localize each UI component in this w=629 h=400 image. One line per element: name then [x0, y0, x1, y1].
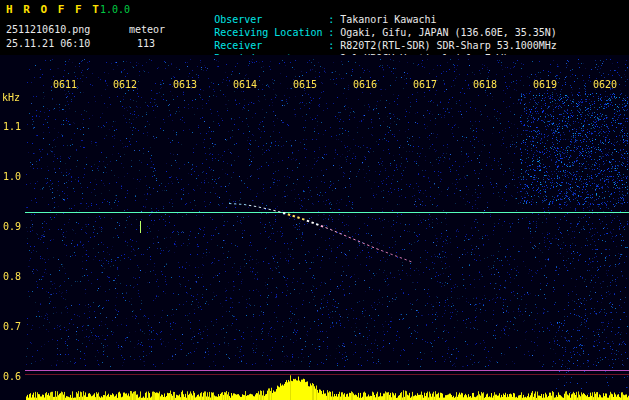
file-name: 2511210610.png [6, 24, 90, 35]
time-label-0615: 0615 [292, 79, 318, 90]
freq-label-0.9: 0.9 [0, 221, 21, 232]
freq-label-0.6: 0.6 [0, 371, 21, 382]
time-label-0613: 0613 [172, 79, 198, 90]
time-label-0616: 0616 [352, 79, 378, 90]
freq-label-0.7: 0.7 [0, 321, 21, 332]
app-version: 1.0.0 [100, 4, 130, 15]
spectrogram-canvas [0, 55, 629, 400]
time-label-0618: 0618 [472, 79, 498, 90]
time-label-0614: 0614 [232, 79, 258, 90]
time-label-0612: 0612 [112, 79, 138, 90]
time-label-0620: 0620 [592, 79, 618, 90]
time-label-0611: 0611 [52, 79, 78, 90]
datetime: 25.11.21 06:10 [6, 38, 90, 49]
freq-label-1.0: 1.0 [0, 171, 21, 182]
y-axis-unit: kHz [2, 92, 20, 103]
time-label-0619: 0619 [532, 79, 558, 90]
mode-label: meteor [129, 24, 165, 35]
time-label-0617: 0617 [412, 79, 438, 90]
freq-label-1.1: 1.1 [0, 121, 21, 132]
hrofft-window: H R O F F T 1.0.0 2511210610.png meteor … [0, 0, 629, 400]
freq-label-0.8: 0.8 [0, 271, 21, 282]
app-title: H R O F F T [6, 3, 101, 16]
echo-count: 113 [137, 38, 155, 49]
